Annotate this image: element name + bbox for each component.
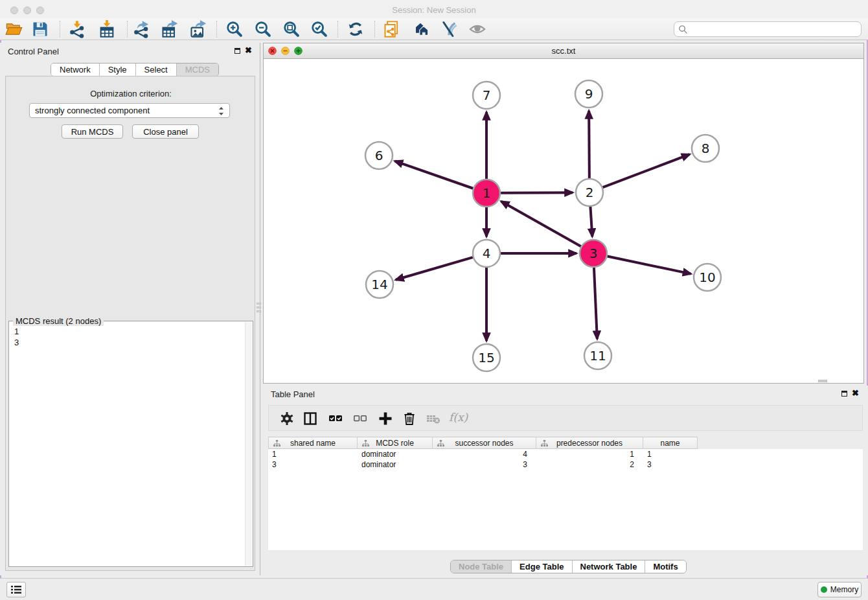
table-row[interactable]: 3dominator323 bbox=[268, 459, 863, 470]
mcds-tab-content: Optimization criterion: strongly connect… bbox=[5, 76, 255, 571]
zoom-out-icon[interactable] bbox=[254, 20, 272, 38]
float-table-panel-icon[interactable] bbox=[841, 391, 847, 397]
cell-shared-name[interactable]: 1 bbox=[268, 449, 358, 459]
delete-table-icon[interactable] bbox=[426, 411, 441, 426]
hide-selected-icon[interactable] bbox=[440, 20, 458, 38]
edge-2-3[interactable] bbox=[590, 207, 592, 237]
tab-mcds[interactable]: MCDS bbox=[176, 63, 218, 76]
toolbar-separator bbox=[374, 21, 375, 38]
cell-mcds-role[interactable]: dominator bbox=[358, 459, 433, 470]
tab-network[interactable]: Network bbox=[51, 63, 99, 76]
column-header-shared-name[interactable]: shared name bbox=[268, 437, 358, 449]
cell-successor-nodes[interactable]: 3 bbox=[433, 459, 536, 470]
table-row[interactable]: 1dominator411 bbox=[268, 449, 863, 459]
open-session-icon[interactable] bbox=[5, 20, 23, 38]
mcds-result-title: MCDS result (2 nodes) bbox=[13, 316, 104, 326]
refresh-layout-icon[interactable] bbox=[347, 20, 365, 38]
save-session-icon[interactable] bbox=[31, 20, 49, 38]
column-header-name[interactable]: name bbox=[643, 437, 698, 449]
close-panel-button[interactable]: Close panel bbox=[132, 124, 199, 139]
edge-4-14[interactable] bbox=[396, 257, 473, 280]
tab-network-table[interactable]: Network Table bbox=[572, 560, 645, 573]
float-panel-icon[interactable] bbox=[234, 48, 240, 54]
show-columns-icon[interactable] bbox=[303, 411, 318, 426]
column-sort-icon bbox=[541, 440, 548, 447]
cell-shared-name[interactable]: 3 bbox=[268, 459, 358, 470]
tab-style[interactable]: Style bbox=[99, 63, 135, 76]
column-sort-icon bbox=[362, 440, 369, 447]
column-label: MCDS role bbox=[376, 439, 414, 448]
search-box[interactable] bbox=[674, 21, 862, 37]
graph-edges bbox=[395, 111, 691, 341]
edge-2-9[interactable] bbox=[589, 111, 589, 178]
memory-status-icon bbox=[821, 586, 827, 593]
edge-1-2[interactable] bbox=[501, 192, 573, 193]
toolbar-separator bbox=[337, 21, 338, 38]
tab-select[interactable]: Select bbox=[135, 63, 176, 76]
column-header-mcds-role[interactable]: MCDS role bbox=[358, 437, 433, 449]
mcds-result-group: MCDS result (2 nodes) 13 bbox=[8, 321, 253, 567]
mcds-result-line: 1 bbox=[14, 326, 19, 337]
edge-1-6[interactable] bbox=[395, 161, 474, 189]
cell-successor-nodes[interactable]: 4 bbox=[433, 449, 536, 459]
task-history-button[interactable] bbox=[6, 582, 26, 597]
mcds-result-list: 13 bbox=[14, 326, 19, 348]
delete-row-icon[interactable] bbox=[402, 411, 417, 426]
tab-edge-table[interactable]: Edge Table bbox=[511, 560, 571, 573]
node-label-11: 11 bbox=[589, 348, 606, 363]
select-all-icon[interactable] bbox=[328, 411, 343, 426]
run-mcds-button[interactable]: Run MCDS bbox=[62, 124, 123, 139]
close-table-panel-icon[interactable]: ✖ bbox=[852, 390, 859, 397]
node-label-15: 15 bbox=[478, 350, 494, 365]
panel-splitter[interactable] bbox=[256, 295, 262, 319]
edge-3-11[interactable] bbox=[594, 268, 597, 339]
show-all-icon[interactable] bbox=[468, 20, 486, 38]
settings-gear-icon[interactable] bbox=[279, 411, 295, 426]
status-bar: Memory bbox=[0, 578, 868, 600]
list-icon bbox=[11, 585, 21, 594]
first-neighbors-icon[interactable] bbox=[411, 20, 429, 38]
column-label: name bbox=[660, 439, 680, 448]
export-table-icon[interactable] bbox=[161, 20, 179, 38]
search-icon bbox=[678, 25, 688, 34]
tab-node-table[interactable]: Node Table bbox=[451, 560, 511, 573]
window-title: Session: New Session bbox=[0, 5, 868, 15]
search-input[interactable] bbox=[691, 25, 861, 34]
export-image-icon[interactable] bbox=[189, 20, 207, 38]
zoom-selected-icon[interactable] bbox=[310, 20, 328, 38]
node-label-6: 6 bbox=[375, 148, 383, 163]
edge-2-8[interactable] bbox=[603, 154, 690, 187]
criterion-select[interactable]: strongly connected component bbox=[29, 103, 230, 118]
edge-3-10[interactable] bbox=[608, 257, 691, 274]
cell-predecessor-nodes[interactable]: 1 bbox=[536, 449, 643, 459]
mcds-result-line: 3 bbox=[14, 337, 19, 348]
memory-button[interactable]: Memory bbox=[817, 582, 862, 597]
add-row-icon[interactable] bbox=[378, 411, 393, 426]
network-graph[interactable]: 7968124314101511 bbox=[264, 59, 863, 383]
table-panel-title: Table Panel bbox=[271, 389, 315, 399]
column-header-predecessor-nodes[interactable]: predecessor nodes bbox=[536, 437, 643, 449]
zoom-in-icon[interactable] bbox=[225, 20, 244, 38]
clone-network-icon[interactable] bbox=[383, 20, 401, 38]
tab-motifs[interactable]: Motifs bbox=[645, 560, 685, 573]
import-table-icon[interactable] bbox=[98, 20, 116, 38]
edge-3-1[interactable] bbox=[501, 202, 581, 246]
column-header-successor-nodes[interactable]: successor nodes bbox=[433, 437, 536, 449]
memory-label: Memory bbox=[830, 585, 858, 594]
column-sort-icon bbox=[437, 440, 444, 447]
apply-function-icon[interactable]: f(x) bbox=[449, 411, 468, 424]
unselect-all-icon[interactable] bbox=[352, 411, 368, 426]
criterion-value: strongly connected component bbox=[35, 106, 150, 115]
column-label: successor nodes bbox=[455, 439, 513, 448]
export-network-icon[interactable] bbox=[132, 20, 150, 38]
cell-name[interactable]: 1 bbox=[643, 449, 698, 459]
close-panel-icon[interactable]: ✖ bbox=[245, 47, 252, 54]
window-resize-handle[interactable] bbox=[818, 380, 827, 382]
cell-name[interactable]: 3 bbox=[643, 459, 698, 470]
import-network-icon[interactable] bbox=[68, 20, 86, 38]
cell-mcds-role[interactable]: dominator bbox=[358, 449, 433, 459]
result-scrollbar[interactable] bbox=[245, 322, 252, 566]
zoom-fit-icon[interactable] bbox=[282, 20, 301, 38]
table-header: shared nameMCDS rolesuccessor nodesprede… bbox=[268, 437, 698, 449]
cell-predecessor-nodes[interactable]: 2 bbox=[536, 459, 643, 470]
